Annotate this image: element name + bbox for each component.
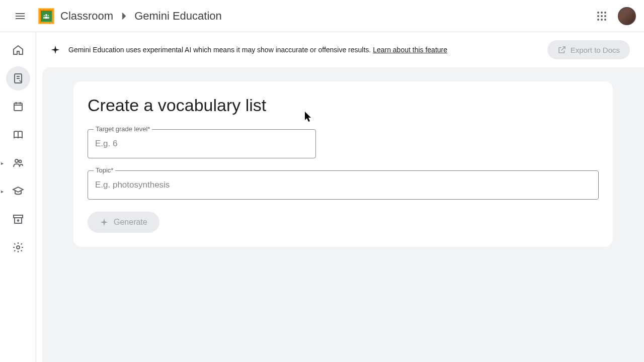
- grade-label: Target grade level*: [94, 125, 152, 133]
- sidebar-people[interactable]: [6, 151, 30, 175]
- card-title: Create a vocabulary list: [88, 96, 599, 115]
- header-right: [592, 6, 636, 26]
- info-bar: Gemini Education uses experimental AI wh…: [36, 32, 644, 67]
- svg-point-1: [44, 15, 45, 16]
- generate-button[interactable]: Generate: [88, 212, 159, 233]
- topic-field-group: Topic*: [88, 170, 599, 200]
- generate-label: Generate: [114, 218, 147, 227]
- svg-point-2: [48, 15, 49, 16]
- book-icon: [12, 129, 24, 141]
- sidebar-graduation[interactable]: [6, 179, 30, 203]
- main-content: Gemini Education uses experimental AI wh…: [36, 32, 644, 362]
- classroom-logo: [38, 8, 54, 24]
- google-apps-button[interactable]: [592, 6, 612, 26]
- people-icon: [12, 157, 24, 169]
- breadcrumb: Classroom Gemini Education: [60, 10, 222, 23]
- classroom-logo-icon: [43, 14, 50, 19]
- user-avatar[interactable]: [618, 7, 636, 25]
- svg-rect-5: [14, 103, 22, 111]
- svg-point-6: [15, 159, 18, 162]
- main-menu-button[interactable]: [8, 4, 32, 28]
- header-left: Classroom Gemini Education: [8, 4, 222, 28]
- learn-more-link[interactable]: Learn about this feature: [373, 46, 447, 54]
- vocab-form-card: Create a vocabulary list Target grade le…: [73, 81, 613, 247]
- svg-point-0: [45, 14, 47, 16]
- grade-field-group: Target grade level*: [88, 129, 316, 158]
- archive-icon: [12, 213, 24, 225]
- chevron-right-icon: [121, 12, 126, 20]
- sidebar-assignments[interactable]: [6, 66, 30, 90]
- sidebar-calendar[interactable]: [6, 95, 30, 119]
- export-docs-button[interactable]: Export to Docs: [547, 40, 630, 59]
- content-area: Create a vocabulary list Target grade le…: [42, 67, 644, 362]
- sidebar-reading[interactable]: [6, 123, 30, 147]
- apps-grid-icon: [597, 12, 606, 21]
- sidebar-settings[interactable]: [6, 235, 30, 259]
- sparkle-icon: [100, 218, 109, 227]
- topic-input[interactable]: [88, 170, 599, 200]
- sparkle-icon: [50, 45, 60, 55]
- sidebar-archive[interactable]: [6, 207, 30, 231]
- calendar-icon: [12, 101, 24, 113]
- export-icon: [557, 45, 567, 54]
- sidebar: [0, 32, 36, 362]
- home-icon: [12, 44, 24, 56]
- assignment-icon: [12, 72, 24, 84]
- sidebar-home[interactable]: [6, 38, 30, 62]
- breadcrumb-page: Gemini Education: [134, 10, 222, 23]
- graduation-icon: [12, 185, 24, 197]
- svg-point-9: [17, 246, 20, 249]
- hamburger-icon: [14, 10, 26, 22]
- header: Classroom Gemini Education: [0, 0, 644, 32]
- topic-label: Topic*: [94, 166, 115, 174]
- breadcrumb-app[interactable]: Classroom: [60, 10, 113, 23]
- info-message: Gemini Education uses experimental AI wh…: [68, 46, 371, 54]
- grade-input[interactable]: [88, 129, 316, 158]
- svg-point-7: [19, 160, 21, 163]
- svg-point-4: [21, 81, 22, 82]
- svg-rect-8: [14, 215, 23, 218]
- gear-icon: [12, 241, 24, 253]
- export-label: Export to Docs: [571, 46, 620, 54]
